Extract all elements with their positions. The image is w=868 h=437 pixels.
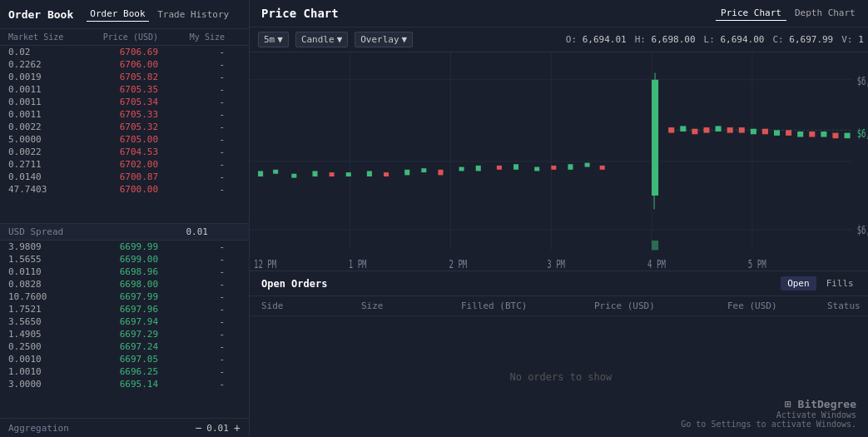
tab-order-book[interactable]: Order Book xyxy=(87,7,148,22)
order-book-cols-header: Market Size Price (USD) My Size xyxy=(0,29,249,46)
svg-rect-44 xyxy=(809,132,815,137)
tab-price-chart[interactable]: Price Chart xyxy=(716,6,786,21)
svg-rect-20 xyxy=(476,166,481,171)
open-orders-col-header: Status xyxy=(827,300,861,311)
table-row: 3.0000 6695.14 - xyxy=(0,378,249,390)
table-row: 0.0011 6705.35 - xyxy=(0,83,249,96)
table-row: 47.7403 6700.00 - xyxy=(0,183,249,196)
open-orders-columns: SideSizeFilled (BTC)Price (USD)Fee (USD)… xyxy=(250,296,868,316)
svg-rect-27 xyxy=(600,166,605,170)
table-row: 1.0010 6696.25 - xyxy=(0,365,249,378)
open-orders-panel: Open Orders Open Fills SideSizeFilled (B… xyxy=(250,271,868,437)
svg-text:$6,697.99: $6,697.99 xyxy=(857,126,868,140)
svg-rect-26 xyxy=(585,163,590,167)
svg-rect-46 xyxy=(832,133,838,139)
svg-rect-17 xyxy=(421,168,426,172)
tab-trade-history[interactable]: Trade History xyxy=(154,7,232,22)
left-panel: Order Book Order Book Trade History Mark… xyxy=(0,0,250,437)
svg-rect-19 xyxy=(459,167,464,171)
table-row: 0.02 6706.69 - xyxy=(0,46,249,58)
table-row: 0.2262 6706.00 - xyxy=(0,58,249,71)
tab-fills[interactable]: Fills xyxy=(820,276,861,291)
app-container: Order Book Order Book Trade History Mark… xyxy=(0,0,868,437)
chart-header-tabs: Price Chart Depth Chart xyxy=(716,6,861,21)
svg-rect-10 xyxy=(291,174,296,178)
svg-rect-31 xyxy=(652,241,658,250)
table-row: 0.0110 6698.96 - xyxy=(0,266,249,278)
tab-depth-chart[interactable]: Depth Chart xyxy=(790,6,861,21)
svg-rect-15 xyxy=(384,172,389,176)
svg-rect-24 xyxy=(551,166,556,170)
agg-increase-button[interactable]: + xyxy=(234,422,241,434)
chart-area[interactable]: 12 PM 1 PM 2 PM 3 PM 4 PM 5 PM $6,800 $6… xyxy=(250,52,868,271)
table-row: 5.0000 6705.00 - xyxy=(0,133,249,146)
svg-text:1 PM: 1 PM xyxy=(349,256,367,271)
tab-open[interactable]: Open xyxy=(781,276,816,291)
table-row: 0.0140 6700.87 - xyxy=(0,171,249,183)
col-market-size: Market Size xyxy=(8,32,75,42)
no-orders-message: No orders to show xyxy=(509,371,612,383)
col-my-size: My Size xyxy=(158,32,225,42)
svg-rect-33 xyxy=(680,126,686,132)
table-row: 0.0019 6705.82 - xyxy=(0,71,249,83)
interval-dropdown[interactable]: 5m ▼ xyxy=(258,32,289,47)
svg-rect-45 xyxy=(821,132,826,137)
svg-rect-16 xyxy=(404,170,409,176)
svg-text:5 PM: 5 PM xyxy=(748,256,766,271)
svg-rect-23 xyxy=(534,167,539,171)
svg-text:3 PM: 3 PM xyxy=(547,256,565,271)
table-row: 1.4905 6697.29 - xyxy=(0,328,249,340)
bids-rows: 3.9809 6699.99 - 1.5655 6699.00 - 0.0110… xyxy=(0,241,249,418)
svg-rect-18 xyxy=(438,170,443,176)
svg-rect-39 xyxy=(751,129,756,135)
open-orders-col-header: Side xyxy=(261,300,361,311)
open-orders-col-header: Price (USD) xyxy=(594,300,727,311)
svg-rect-14 xyxy=(367,171,372,176)
svg-rect-40 xyxy=(762,129,768,135)
svg-rect-9 xyxy=(273,170,278,174)
table-row: 0.0828 6698.00 - xyxy=(0,278,249,291)
svg-text:$6,400: $6,400 xyxy=(857,223,868,237)
table-row: 0.2500 6697.24 - xyxy=(0,340,249,353)
table-row: 1.7521 6697.96 - xyxy=(0,303,249,315)
open-orders-body: No orders to show xyxy=(250,316,868,437)
aggregation-value: 0.01 xyxy=(206,423,229,434)
aggregation-controls: − 0.01 + xyxy=(195,422,241,434)
spread-val: 0.01 xyxy=(108,226,208,237)
svg-rect-42 xyxy=(786,130,791,136)
svg-rect-36 xyxy=(716,126,722,132)
price-chart-svg: 12 PM 1 PM 2 PM 3 PM 4 PM 5 PM $6,800 $6… xyxy=(250,52,868,271)
svg-text:4 PM: 4 PM xyxy=(647,256,666,271)
svg-rect-25 xyxy=(568,164,573,170)
overlay-dropdown[interactable]: Overlay ▼ xyxy=(355,32,413,47)
agg-decrease-button[interactable]: − xyxy=(195,422,201,434)
svg-rect-41 xyxy=(774,130,780,136)
svg-rect-43 xyxy=(797,132,803,137)
col-price-usd: Price (USD) xyxy=(75,32,158,42)
ohlcv-info: O: 6,694.01 H: 6,698.00 L: 6,694.00 C: 6… xyxy=(566,34,864,45)
svg-rect-21 xyxy=(497,166,502,170)
right-header: Price Chart Price Chart Depth Chart xyxy=(250,0,868,27)
open-orders-tabs: Open Fills xyxy=(781,276,861,291)
chart-type-dropdown[interactable]: Candle ▼ xyxy=(295,32,348,47)
spread-label: USD Spread xyxy=(8,226,108,237)
svg-rect-34 xyxy=(692,129,697,135)
chart-toolbar: 5m ▼ Candle ▼ Overlay ▼ O: 6,694.01 H: 6… xyxy=(250,27,868,52)
table-row: 1.5655 6699.00 - xyxy=(0,253,249,266)
open-orders-title: Open Orders xyxy=(261,278,781,290)
svg-rect-8 xyxy=(258,171,263,176)
svg-text:12 PM: 12 PM xyxy=(254,256,276,271)
table-row: 10.7600 6697.99 - xyxy=(0,291,249,303)
table-row: 0.0010 6697.05 - xyxy=(0,353,249,365)
aggregation-label: Aggregation xyxy=(8,423,69,434)
spread-row: USD Spread 0.01 xyxy=(0,223,249,241)
svg-rect-22 xyxy=(513,164,518,170)
svg-text:2 PM: 2 PM xyxy=(449,256,468,271)
asks-rows: 0.02 6706.69 - 0.2262 6706.00 - 0.0019 6… xyxy=(0,46,249,223)
svg-rect-47 xyxy=(845,133,851,139)
right-panel: Price Chart Price Chart Depth Chart 5m ▼… xyxy=(250,0,868,437)
table-row: 0.0022 6705.32 - xyxy=(0,121,249,133)
open-orders-col-header: Fee (USD) xyxy=(727,300,827,311)
svg-rect-11 xyxy=(312,171,317,176)
open-orders-col-header: Filled (BTC) xyxy=(461,300,594,311)
